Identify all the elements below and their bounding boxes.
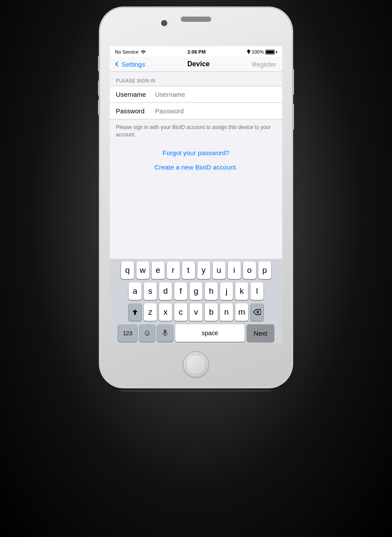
helper-text: Please sign in with your BioID account t… — [110, 119, 282, 143]
key-j[interactable]: j — [220, 282, 233, 300]
key-k[interactable]: k — [235, 282, 248, 300]
nav-title: Device — [187, 60, 210, 68]
username-row: Username — [110, 86, 282, 103]
emoji-key[interactable]: ☺ — [139, 324, 155, 342]
nav-bar: Settings Device Register — [110, 57, 282, 72]
nav-back-label: Settings — [122, 61, 145, 68]
home-button[interactable] — [183, 351, 209, 377]
battery-icon — [265, 50, 275, 54]
location-icon — [247, 49, 250, 55]
keyboard-row-1: q w e r t y u i o p — [112, 262, 280, 279]
key-x[interactable]: x — [159, 303, 172, 321]
status-time: 2:06 PM — [188, 49, 206, 54]
keyboard: q w e r t y u i o p a s — [110, 259, 282, 343]
key-l[interactable]: l — [250, 282, 264, 300]
shift-key[interactable] — [128, 303, 142, 321]
status-right: 100% — [247, 49, 277, 55]
key-r[interactable]: r — [167, 262, 180, 279]
svg-rect-2 — [164, 330, 166, 334]
username-label: Username — [116, 91, 155, 98]
keyboard-row-2: a s d f g h j k l — [112, 282, 280, 300]
carrier-text: No Service — [115, 49, 139, 54]
create-account-link[interactable]: Create a new BioID account. — [155, 163, 238, 171]
key-d[interactable]: d — [159, 282, 172, 300]
key-u[interactable]: u — [213, 262, 226, 279]
speaker-bar — [181, 17, 211, 22]
key-v[interactable]: v — [189, 303, 203, 321]
status-bar: No Service 2:06 PM — [110, 46, 282, 57]
form-section-header: PLEASE SIGN IN — [110, 72, 282, 86]
password-label: Password — [116, 107, 155, 115]
key-t[interactable]: t — [182, 262, 195, 279]
key-b[interactable]: b — [205, 303, 218, 321]
key-g[interactable]: g — [189, 282, 203, 300]
scene: No Service 2:06 PM — [0, 0, 392, 537]
key-e[interactable]: e — [152, 262, 165, 279]
phone-wrapper: No Service 2:06 PM — [100, 8, 292, 400]
key-h[interactable]: h — [205, 282, 218, 300]
phone-reflection — [100, 391, 292, 521]
key-p[interactable]: p — [258, 262, 271, 279]
key-f[interactable]: f — [174, 282, 187, 300]
home-button-inner — [186, 354, 206, 374]
key-c[interactable]: c — [174, 303, 187, 321]
key-s[interactable]: s — [144, 282, 157, 300]
battery-pct-text: 100% — [252, 49, 264, 54]
phone-shell: No Service 2:06 PM — [100, 8, 292, 387]
next-key[interactable]: Next — [247, 324, 274, 342]
nav-back-button[interactable]: Settings — [116, 61, 145, 68]
key-o[interactable]: o — [243, 262, 256, 279]
key-123[interactable]: 123 — [118, 324, 137, 342]
key-q[interactable]: q — [121, 262, 134, 279]
wifi-icon — [140, 49, 146, 55]
key-w[interactable]: w — [136, 262, 149, 279]
phone-screen: No Service 2:06 PM — [110, 46, 282, 343]
key-n[interactable]: n — [220, 303, 233, 321]
front-camera — [161, 20, 167, 26]
form-group: Username Password — [110, 86, 282, 119]
create-account-row[interactable]: Create a new BioID account. — [110, 163, 282, 177]
username-input[interactable] — [155, 91, 276, 98]
status-left: No Service — [115, 49, 146, 55]
key-z[interactable]: z — [144, 303, 157, 321]
key-i[interactable]: i — [228, 262, 241, 279]
key-a[interactable]: a — [128, 282, 142, 300]
battery-fill — [266, 51, 274, 54]
key-y[interactable]: y — [197, 262, 210, 279]
password-row: Password — [110, 103, 282, 119]
nav-register-button[interactable]: Register — [252, 61, 276, 68]
mic-key[interactable] — [157, 324, 173, 342]
keyboard-row-4: 123 ☺ space Next — [112, 324, 280, 342]
key-m[interactable]: m — [235, 303, 248, 321]
password-input[interactable] — [155, 107, 276, 115]
keyboard-row-3: z x c v b n m — [112, 303, 280, 321]
phone-top — [181, 17, 211, 22]
forgot-password-row[interactable]: Forgot your password? — [110, 143, 282, 163]
chevron-left-icon — [115, 61, 120, 66]
battery-tip — [276, 51, 277, 53]
delete-key[interactable] — [250, 303, 264, 321]
forgot-password-link[interactable]: Forgot your password? — [162, 149, 229, 156]
space-key[interactable]: space — [175, 324, 245, 342]
